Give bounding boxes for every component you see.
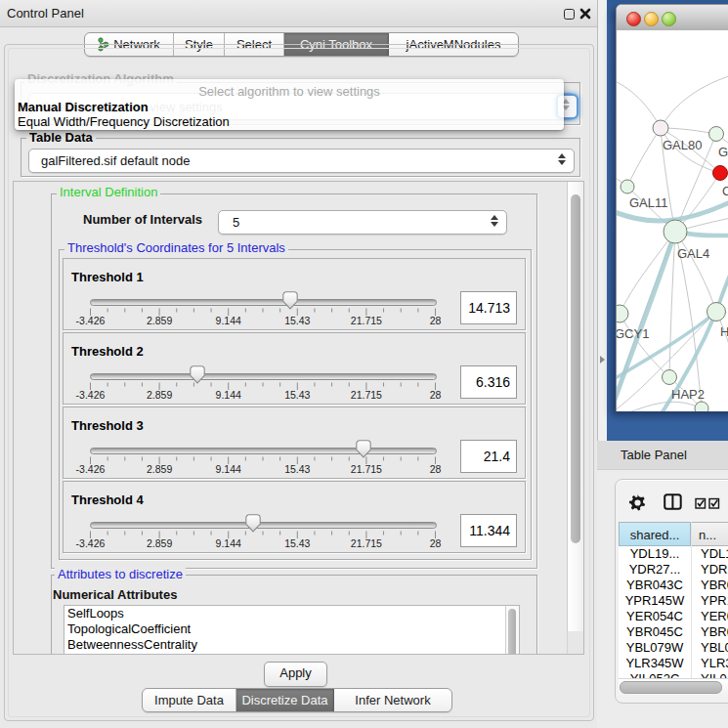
tick-label: 9.144	[216, 389, 241, 401]
table-cell-shared-name: YLR345W	[619, 656, 691, 671]
close-traffic-light-icon[interactable]	[626, 12, 641, 26]
threshold-value-field[interactable]: 21.4	[460, 440, 517, 473]
tick-label: 15.43	[284, 389, 310, 401]
network-view-window: GAL80GACGAL11GAL4GCY1HHAP2	[616, 4, 728, 411]
slider-track[interactable]	[90, 299, 437, 306]
settings-scrollpane: Interval Definition Number of Intervals …	[13, 181, 584, 655]
threshold-label: Threshold 1	[71, 270, 144, 284]
svg-text:HAP2: HAP2	[671, 387, 705, 402]
threshold-label: Threshold 2	[71, 344, 144, 359]
desktop-background: GAL80GACGAL11GAL4GCY1HHAP2	[607, 0, 728, 441]
attributes-scrollbar-thumb[interactable]	[508, 609, 516, 655]
table-row[interactable]: YBR043CYBR0	[619, 578, 728, 593]
threshold-panel-2: Threshold 2-3.4262.8599.14415.4321.71528…	[63, 332, 526, 405]
threshold-panel-4: Threshold 4-3.4262.8599.14415.4321.71528…	[63, 481, 526, 553]
table-scrollbar-thumb[interactable]	[620, 681, 722, 694]
attribute-list-item[interactable]: TopologicalCoefficient	[64, 621, 506, 637]
tick-label: 28	[430, 315, 442, 326]
bottom-tab-label: Infer Network	[355, 693, 430, 707]
slider-thumb[interactable]	[190, 365, 205, 384]
bottom-tab-impute-data[interactable]: Impute Data	[143, 689, 236, 711]
table-row[interactable]: YDR27...YDR2	[619, 562, 728, 578]
threshold-value: 21.4	[484, 441, 510, 472]
tick-label: -3.426	[76, 463, 106, 475]
number-of-intervals-combobox[interactable]: 5	[218, 210, 507, 235]
bottom-tab-infer-network[interactable]: Infer Network	[334, 689, 451, 711]
tick-label: 28	[430, 537, 442, 549]
minimize-traffic-light-icon[interactable]	[644, 12, 659, 26]
table-data-combobox[interactable]: galFiltered.sif default node	[28, 149, 575, 173]
zoom-traffic-light-icon[interactable]	[662, 12, 676, 26]
table-panel-titlebar: Table Panel	[597, 441, 728, 470]
table-row[interactable]: YLR345WYLR3	[619, 656, 728, 671]
table-cell-name: YPR1	[691, 593, 728, 609]
threshold-value-field[interactable]: 14.713	[460, 291, 517, 324]
settings-scrollbar-thumb[interactable]	[571, 194, 580, 543]
threshold-value-field[interactable]: 11.344	[460, 514, 517, 547]
svg-text:C: C	[722, 184, 728, 198]
thresholds-group-title: Threshold's Coordinates for 5 Intervals	[64, 241, 288, 255]
tick-label: 28	[430, 463, 442, 475]
expand-arrow-icon[interactable]	[600, 356, 605, 364]
node-table: shared... n... YDL19...YDL1YDR27...YDR2Y…	[619, 522, 728, 694]
table-cell-name: YBL0	[691, 640, 728, 656]
scrollpane-corner	[567, 631, 584, 654]
gear-icon[interactable]	[629, 494, 646, 511]
columns-icon[interactable]	[664, 493, 682, 510]
tick-label: 28	[430, 389, 442, 401]
tick-label: 2.859	[147, 537, 172, 549]
popup-prompt-item[interactable]: Select algorithm to view settings	[15, 84, 564, 99]
table-row[interactable]: YBL079WYBL0	[619, 640, 728, 656]
svg-text:GAL11: GAL11	[629, 195, 668, 210]
slider-track[interactable]	[90, 373, 437, 380]
table-cell-name: YBR0	[691, 578, 728, 593]
table-cell-name: YDR2	[691, 562, 728, 578]
slider-tick-labels: -3.4262.8599.14415.4321.71528	[64, 463, 525, 475]
table-row[interactable]: YER054CYER0	[619, 609, 728, 624]
settings-scrollbar[interactable]	[567, 182, 584, 631]
slider-thumb[interactable]	[356, 440, 371, 458]
table-cell-shared-name: YBR045C	[619, 624, 691, 640]
table-cell-name: YBR0	[691, 624, 728, 640]
table-column-divider	[691, 522, 692, 694]
float-window-icon[interactable]	[564, 9, 575, 20]
table-cell-name: YER0	[691, 609, 728, 624]
tick-label: -3.426	[76, 389, 106, 401]
close-icon[interactable]	[578, 7, 592, 21]
table-horizontal-scrollbar[interactable]	[619, 678, 728, 695]
tick-label: 15.43	[284, 315, 310, 326]
table-row[interactable]: YDL19...YDL1	[619, 546, 728, 562]
threshold-panel-1: Threshold 1-3.4262.8599.14415.4321.71528…	[63, 258, 526, 330]
bottom-tab-discretize-data[interactable]: Discretize Data	[236, 689, 334, 711]
slider-track[interactable]	[90, 448, 437, 454]
tick-label: 9.144	[216, 463, 241, 475]
attributes-list-scrollbar[interactable]	[505, 605, 520, 655]
slider-tick-labels: -3.4262.8599.14415.4321.71528	[64, 389, 525, 401]
slider-thumb[interactable]	[282, 291, 298, 310]
interval-definition-group-title: Interval Definition	[57, 186, 160, 199]
table-column-header-shared[interactable]: shared...	[619, 522, 691, 546]
table-row[interactable]: YPR145WYPR1	[619, 593, 728, 609]
tick-label: -3.426	[76, 537, 106, 549]
table-column-header-name[interactable]: n...	[691, 522, 728, 546]
attribute-list-item[interactable]: BetweennessCentrality	[64, 637, 506, 653]
popup-item-equal-width-frequency[interactable]: Equal Width/Frequency Discretization	[15, 114, 567, 129]
number-of-intervals-label: Number of Intervals	[83, 212, 202, 227]
table-cell-name: YLR3	[691, 656, 728, 671]
threshold-value-field[interactable]: 6.316	[460, 365, 517, 399]
slider-track[interactable]	[90, 522, 437, 529]
numerical-attributes-list[interactable]: SelfLoopsTopologicalCoefficientBetweenne…	[64, 605, 506, 655]
checkbox-checked-icon[interactable]	[708, 497, 720, 509]
tick-label: 21.715	[351, 389, 382, 401]
slider-thumb[interactable]	[245, 514, 261, 533]
numerical-attributes-label: Numerical Attributes	[53, 587, 177, 602]
table-row[interactable]: YBR045CYBR0	[619, 624, 728, 640]
apply-button[interactable]: Apply	[264, 662, 327, 687]
attribute-list-item[interactable]: SelfLoops	[64, 606, 506, 621]
threshold-value: 11.344	[469, 515, 510, 546]
tick-label: 9.144	[216, 537, 241, 549]
checkbox-checked-icon[interactable]	[695, 497, 707, 509]
popup-item-manual-discretization[interactable]: Manual Discretization	[15, 100, 567, 114]
tick-label: 21.715	[351, 315, 382, 326]
network-view-canvas[interactable]: GAL80GACGAL11GAL4GCY1HHAP2	[617, 30, 728, 411]
